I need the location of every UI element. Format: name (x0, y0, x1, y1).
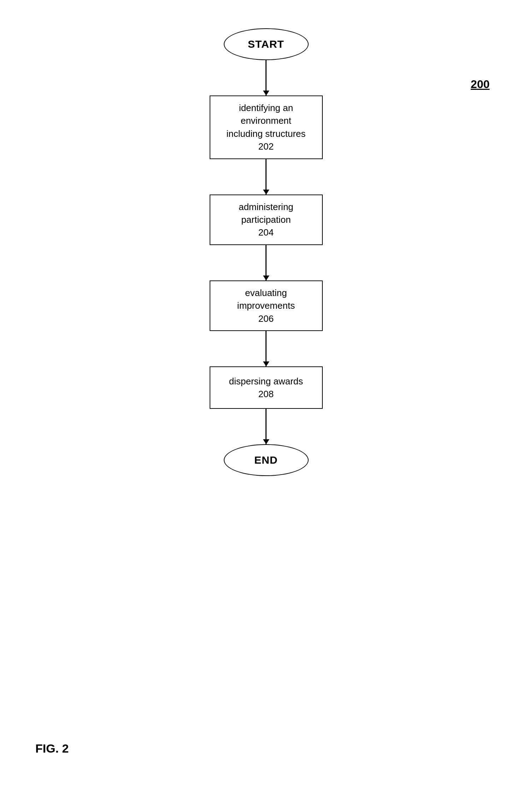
arrow-1 (265, 60, 267, 95)
end-label: END (254, 454, 277, 466)
end-node: END (224, 444, 309, 476)
arrow-2 (265, 159, 267, 195)
diagram-container: 200 START identifying anenvironmentinclu… (0, 0, 532, 812)
diagram-label: 200 (471, 78, 490, 91)
step-202-box: identifying anenvironmentincluding struc… (210, 95, 323, 159)
fig-label: FIG. 2 (35, 742, 69, 755)
start-node: START (224, 28, 309, 60)
step-208-box: dispersing awards208 (210, 366, 323, 409)
step-202-label: identifying anenvironmentincluding struc… (227, 102, 306, 153)
arrow-3 (265, 245, 267, 280)
step-204-box: administeringparticipation204 (210, 195, 323, 245)
step-204-label: administeringparticipation204 (239, 201, 293, 239)
arrow-5 (265, 409, 267, 444)
arrow-4 (265, 331, 267, 366)
flowchart: START identifying anenvironmentincluding… (0, 0, 532, 476)
step-208-label: dispersing awards208 (229, 375, 303, 401)
step-206-box: evaluatingimprovements206 (210, 280, 323, 331)
step-206-label: evaluatingimprovements206 (237, 286, 295, 325)
start-label: START (248, 38, 284, 50)
